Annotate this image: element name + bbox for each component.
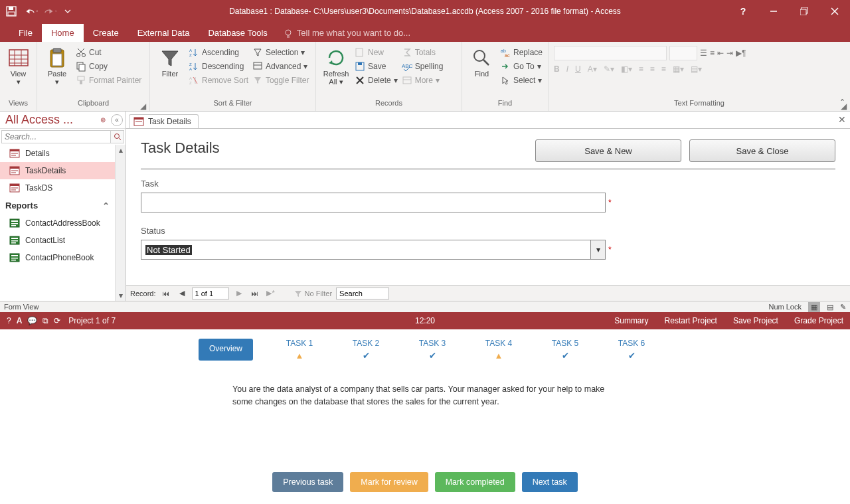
- spelling-button[interactable]: ABCSpelling: [402, 61, 444, 72]
- save-and-new-button[interactable]: Save & New: [535, 139, 681, 162]
- task-tab[interactable]: TASK 6✔: [612, 339, 651, 361]
- new-record-button[interactable]: New: [355, 47, 398, 58]
- nav-title[interactable]: All Access ...: [5, 113, 98, 127]
- nav-dropdown-icon[interactable]: ⊚: [100, 116, 106, 124]
- fill-color-button[interactable]: ◧▾: [621, 64, 632, 74]
- tell-me-search[interactable]: Tell me what you want to do...: [277, 24, 417, 42]
- find-button[interactable]: Find: [468, 44, 496, 78]
- last-record-button[interactable]: ⏭: [249, 288, 261, 299]
- home-tab[interactable]: Home: [42, 24, 84, 42]
- align-left-button[interactable]: ≡: [639, 64, 643, 74]
- redo-icon[interactable]: [44, 4, 58, 19]
- more-button[interactable]: More ▾: [402, 75, 444, 86]
- mark-completed-button[interactable]: Mark completed: [435, 472, 515, 492]
- italic-button[interactable]: I: [566, 64, 568, 74]
- align-center-button[interactable]: ≡: [650, 64, 655, 74]
- save-and-close-button[interactable]: Save & Close: [689, 139, 835, 162]
- status-combo[interactable]: Not Started ▾: [141, 240, 606, 260]
- doc-tab-taskdetails[interactable]: Task Details: [129, 114, 199, 128]
- selection-button[interactable]: Selection ▾: [252, 47, 309, 58]
- task-tab[interactable]: TASK 5✔: [545, 339, 585, 361]
- font-size-combo[interactable]: [669, 46, 697, 60]
- first-record-button[interactable]: ⏮: [160, 288, 172, 299]
- collapse-ribbon-button[interactable]: ˄: [840, 98, 845, 108]
- next-task-button[interactable]: Next task: [522, 472, 578, 492]
- combo-dropdown-button[interactable]: ▾: [590, 240, 605, 259]
- link-icon[interactable]: ⧉: [42, 316, 48, 325]
- remove-sort-button[interactable]: AZRemove Sort: [189, 75, 248, 86]
- align-right-button[interactable]: ≡: [661, 64, 666, 74]
- task-tab[interactable]: TASK 4▲: [479, 339, 519, 361]
- nav-item-contactphonebook[interactable]: ContactPhoneBook: [0, 249, 115, 266]
- font-name-combo[interactable]: [554, 46, 667, 60]
- descending-button[interactable]: ZADescending: [189, 61, 248, 72]
- file-tab[interactable]: File: [9, 24, 42, 42]
- format-painter-button[interactable]: Format Painter: [76, 75, 141, 86]
- prev-record-button[interactable]: ◀: [176, 288, 188, 299]
- next-record-button[interactable]: ▶: [233, 288, 245, 299]
- task-tab[interactable]: TASK 1▲: [280, 339, 319, 361]
- save-record-button[interactable]: Save: [355, 61, 398, 72]
- indent-increase-icon[interactable]: ⇥: [726, 48, 733, 58]
- search-icon[interactable]: [110, 131, 124, 143]
- delete-button[interactable]: Delete ▾: [355, 75, 398, 86]
- cut-button[interactable]: Cut: [76, 47, 141, 58]
- refresh-project-icon[interactable]: ⟳: [54, 316, 60, 325]
- font-color-button[interactable]: A▾: [588, 64, 597, 74]
- restore-button[interactable]: [789, 0, 819, 22]
- advanced-button[interactable]: Advanced ▾: [252, 61, 309, 72]
- nav-scrollbar[interactable]: ▴ ▾: [115, 145, 126, 301]
- mark-for-review-button[interactable]: Mark for review: [350, 472, 428, 492]
- save-project-link[interactable]: Save Project: [733, 316, 778, 325]
- external-data-tab[interactable]: External Data: [128, 24, 199, 42]
- overview-tab[interactable]: Overview: [199, 339, 253, 361]
- undo-icon[interactable]: [24, 4, 39, 19]
- copy-button[interactable]: Copy: [76, 61, 141, 72]
- paste-button[interactable]: Paste▾: [42, 44, 72, 86]
- highlight-button[interactable]: ✎▾: [604, 64, 614, 74]
- alt-row-color-button[interactable]: ▤▾: [691, 64, 702, 74]
- scroll-down-icon[interactable]: ▾: [116, 290, 126, 301]
- nav-item-contactlist[interactable]: ContactList: [0, 232, 115, 249]
- task-tab[interactable]: TASK 2✔: [346, 339, 386, 361]
- layout-view-icon[interactable]: ✎: [840, 303, 846, 311]
- view-button[interactable]: View▾: [5, 44, 31, 86]
- select-button[interactable]: Select ▾: [500, 75, 543, 86]
- task-tab[interactable]: TASK 3✔: [412, 339, 452, 361]
- nav-item-details[interactable]: Details: [0, 145, 115, 162]
- font-icon[interactable]: A: [17, 316, 23, 325]
- replace-button[interactable]: abacReplace: [500, 47, 543, 58]
- close-button[interactable]: [819, 0, 850, 22]
- clipboard-launcher[interactable]: ◢: [140, 102, 148, 110]
- nav-item-contactaddressbook[interactable]: ContactAddressBook: [0, 214, 115, 232]
- ascending-button[interactable]: AZAscending: [189, 47, 248, 58]
- goto-button[interactable]: Go To ▾: [500, 61, 543, 72]
- numbering-icon[interactable]: ≡: [710, 48, 715, 58]
- task-input[interactable]: [141, 193, 606, 212]
- datasheet-view-icon[interactable]: ▤: [827, 303, 833, 311]
- new-record-nav-button[interactable]: ▶*: [265, 288, 277, 299]
- help-icon[interactable]: ?: [728, 0, 758, 22]
- bold-button[interactable]: B: [554, 64, 560, 74]
- qat-customize-icon[interactable]: [64, 4, 72, 19]
- nav-collapse-button[interactable]: «: [111, 114, 123, 126]
- indent-decrease-icon[interactable]: ⇤: [717, 48, 724, 58]
- underline-button[interactable]: U: [575, 64, 581, 74]
- previous-task-button[interactable]: Previous task: [272, 472, 343, 492]
- save-icon[interactable]: [4, 4, 19, 19]
- nav-search-input[interactable]: [2, 131, 110, 143]
- database-tools-tab[interactable]: Database Tools: [199, 24, 276, 42]
- record-position-input[interactable]: [192, 288, 229, 299]
- grade-project-link[interactable]: Grade Project: [794, 316, 843, 325]
- nav-item-taskds[interactable]: TaskDS: [0, 179, 115, 197]
- form-view-icon[interactable]: ▦: [808, 302, 820, 312]
- minimize-button[interactable]: [758, 0, 789, 22]
- restart-project-link[interactable]: Restart Project: [665, 316, 717, 325]
- filter-indicator[interactable]: No Filter: [294, 290, 333, 297]
- record-search-input[interactable]: [336, 288, 389, 299]
- bullets-icon[interactable]: ☰: [700, 48, 707, 58]
- chat-icon[interactable]: 💬: [27, 316, 37, 325]
- nav-item-taskdetails[interactable]: TaskDetails: [0, 162, 115, 179]
- ltr-icon[interactable]: ▶¶: [736, 48, 746, 58]
- nav-group-reports[interactable]: Reports ⌄: [0, 197, 115, 214]
